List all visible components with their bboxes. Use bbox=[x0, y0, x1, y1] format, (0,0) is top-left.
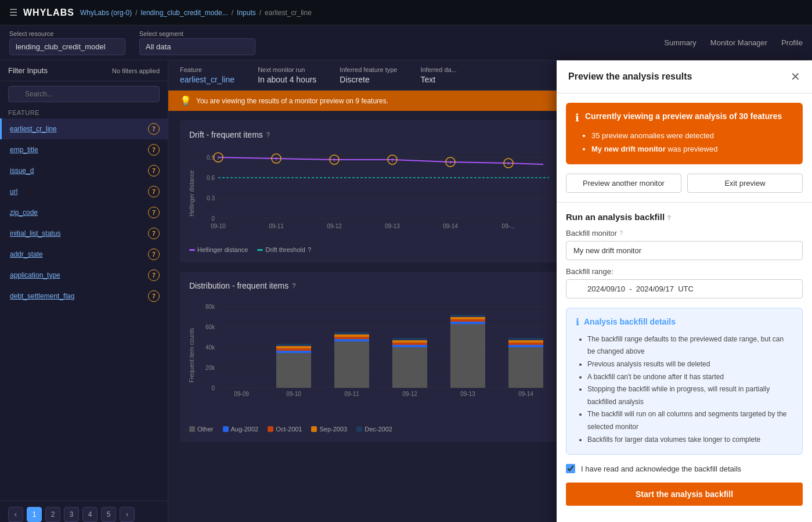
svg-text:09-14: 09-14 bbox=[518, 391, 533, 397]
info-item-1: Previous analysis results will be delete… bbox=[587, 358, 793, 371]
date-range-input[interactable] bbox=[566, 279, 803, 298]
svg-rect-51 bbox=[392, 345, 427, 347]
threshold-help-icon[interactable]: ? bbox=[308, 246, 311, 253]
resource-select-group: Select resource lending_club_credit_mode… bbox=[9, 30, 125, 55]
feature-item-badge: 7 bbox=[148, 144, 160, 156]
info-item-0: The backfill range defaults to the previ… bbox=[587, 333, 793, 358]
breadcrumb-org[interactable]: WhyLabs (org-0) bbox=[80, 9, 132, 17]
monitor-field-label: Backfill monitor ? bbox=[566, 229, 803, 237]
list-item[interactable]: url 7 bbox=[0, 181, 168, 202]
segment-select-group: Select segment All data bbox=[139, 30, 255, 55]
svg-rect-54 bbox=[392, 338, 427, 340]
tab-summary[interactable]: Summary bbox=[664, 36, 696, 49]
page-5-btn[interactable]: 5 bbox=[101, 507, 116, 522]
hamburger-icon[interactable]: ☰ bbox=[9, 7, 17, 18]
svg-text:09-13: 09-13 bbox=[460, 391, 475, 397]
range-wrapper: 📅 bbox=[566, 279, 803, 298]
feature-item-name: url bbox=[10, 188, 17, 196]
monitor-help-icon[interactable]: ? bbox=[619, 229, 623, 236]
svg-rect-47 bbox=[334, 337, 369, 339]
threshold-dot bbox=[257, 249, 263, 251]
svg-rect-43 bbox=[276, 346, 311, 348]
page-3-btn[interactable]: 3 bbox=[64, 507, 79, 522]
alert-item-1-suffix: was previewed bbox=[666, 145, 718, 153]
action-buttons: Preview another monitor Exit preview bbox=[566, 174, 803, 193]
aug2002-label: Aug-2002 bbox=[231, 426, 259, 433]
top-nav: ☰ WHYLABS WhyLabs (org-0) / lending_club… bbox=[0, 0, 812, 26]
list-item[interactable]: debt_settlement_flag 7 bbox=[0, 286, 168, 307]
feature-list: earliest_cr_line 7 emp_title 7 issue_d 7… bbox=[0, 118, 168, 501]
svg-rect-62 bbox=[508, 343, 543, 345]
oct2001-label: Oct-2001 bbox=[276, 426, 302, 433]
svg-text:!: ! bbox=[334, 157, 335, 163]
sidebar: Filter Inputs No filters applied Feature… bbox=[0, 60, 168, 522]
breadcrumb-inputs[interactable]: Inputs bbox=[237, 9, 256, 17]
breadcrumb: WhyLabs (org-0) / lending_club_credit_mo… bbox=[80, 9, 312, 17]
svg-rect-40 bbox=[276, 353, 311, 388]
drift-chart-title: Drift - frequent items bbox=[189, 130, 263, 139]
legend-sep2003: Sep-2003 bbox=[311, 426, 347, 433]
breadcrumb-model[interactable]: lending_club_credit_mode... bbox=[141, 9, 228, 17]
page-4-btn[interactable]: 4 bbox=[82, 507, 98, 522]
other-label: Other bbox=[197, 426, 214, 433]
acknowledge-checkbox[interactable] bbox=[566, 464, 575, 473]
top-selectors: Select resource lending_club_credit_mode… bbox=[0, 26, 812, 60]
filter-title: Filter Inputs bbox=[8, 66, 48, 75]
nav-tabs: Summary Monitor Manager Profile bbox=[664, 36, 803, 49]
svg-text:09-11: 09-11 bbox=[344, 391, 359, 397]
panel-header: Preview the analysis results ✕ bbox=[557, 60, 812, 93]
legend-dec2002: Dec-2002 bbox=[356, 426, 392, 433]
feature-info-group: Feature earliest_cr_line bbox=[180, 66, 234, 84]
other-color bbox=[189, 426, 195, 432]
start-backfill-btn[interactable]: Start the analysis backfill bbox=[566, 483, 803, 506]
svg-rect-58 bbox=[450, 317, 485, 319]
panel-title: Preview the analysis results bbox=[568, 71, 692, 82]
feature-column-label: Feature bbox=[0, 107, 168, 118]
svg-text:09-10: 09-10 bbox=[211, 223, 226, 229]
feature-item-badge: 7 bbox=[148, 207, 160, 218]
list-item[interactable]: zip_code 7 bbox=[0, 202, 168, 223]
svg-rect-49 bbox=[334, 332, 369, 334]
list-item[interactable]: emp_title 7 bbox=[0, 139, 168, 160]
drift-title-help[interactable]: ? bbox=[266, 131, 270, 138]
resource-select[interactable]: lending_club_credit_model bbox=[9, 38, 125, 55]
hellinger-legend: Hellinger distance bbox=[189, 246, 248, 253]
distribution-chart-svg: Frequent item counts 80k 60k 40k 20k 0 bbox=[189, 297, 549, 419]
app-logo: WHYLABS bbox=[23, 8, 74, 18]
alert-heading: Currently viewing a preview analysis of … bbox=[585, 111, 782, 123]
svg-rect-46 bbox=[334, 339, 369, 341]
svg-text:!: ! bbox=[276, 156, 277, 162]
panel-close-btn[interactable]: ✕ bbox=[791, 70, 800, 84]
list-item[interactable]: earliest_cr_line 7 bbox=[0, 118, 168, 139]
svg-rect-57 bbox=[450, 319, 485, 322]
list-item[interactable]: application_type 7 bbox=[0, 265, 168, 286]
prev-page-btn[interactable]: ‹ bbox=[8, 507, 23, 522]
alert-item-1-bold: My new drift monitor bbox=[591, 145, 666, 153]
tab-profile[interactable]: Profile bbox=[781, 36, 803, 49]
info-item-5: Backfills for larger data volumes take l… bbox=[587, 434, 793, 447]
tab-monitor-manager[interactable]: Monitor Manager bbox=[710, 36, 767, 49]
feature-item-badge: 7 bbox=[148, 123, 160, 135]
svg-rect-42 bbox=[276, 348, 311, 351]
resource-label: Select resource bbox=[9, 30, 125, 37]
alert-box: ℹ Currently viewing a preview analysis o… bbox=[566, 103, 803, 164]
search-input[interactable] bbox=[8, 86, 160, 102]
next-page-btn[interactable]: › bbox=[120, 507, 135, 522]
hellinger-label: Hellinger distance bbox=[197, 246, 248, 253]
page-2-btn[interactable]: 2 bbox=[45, 507, 60, 522]
exit-preview-btn[interactable]: Exit preview bbox=[687, 174, 803, 193]
monitor-input[interactable] bbox=[566, 241, 803, 260]
backfill-title-help[interactable]: ? bbox=[667, 214, 671, 221]
svg-text:80k: 80k bbox=[205, 304, 215, 310]
svg-rect-48 bbox=[334, 334, 369, 337]
legend-other: Other bbox=[189, 426, 214, 433]
list-item[interactable]: addr_state 7 bbox=[0, 244, 168, 265]
list-item[interactable]: initial_list_status 7 bbox=[0, 223, 168, 244]
svg-text:0: 0 bbox=[211, 385, 215, 391]
svg-text:!: ! bbox=[450, 160, 452, 165]
list-item[interactable]: issue_d 7 bbox=[0, 160, 168, 181]
preview-another-btn[interactable]: Preview another monitor bbox=[566, 174, 681, 193]
distribution-title-help[interactable]: ? bbox=[292, 282, 295, 289]
segment-select[interactable]: All data bbox=[139, 38, 255, 55]
page-1-btn[interactable]: 1 bbox=[27, 507, 42, 522]
